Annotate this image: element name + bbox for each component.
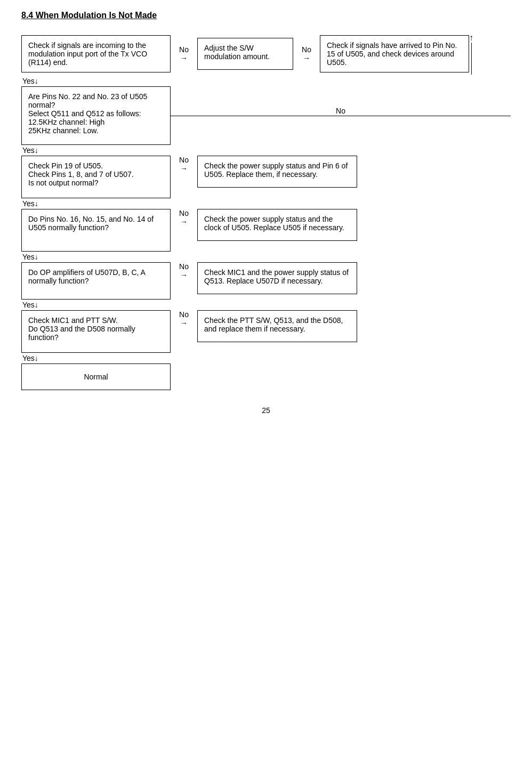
box-row3-right: Check the power supply status and Pin 6 … [197,156,357,188]
text-row2-left: Are Pins No. 22 and No. 23 of U505 norma… [28,92,147,135]
yes-row2: Yes↓ [21,146,511,155]
row-1: Check if signals are incoming to the mod… [21,33,511,75]
text-row3-right: Check the power supply status and Pin 6 … [204,161,348,179]
box-row1-left: Check if signals are incoming to the mod… [21,35,171,72]
box-row5-left: Do OP amplifiers of U507D, B, C, A norma… [21,262,171,300]
text-normal: Normal [84,373,108,381]
yes-row4: Yes↓ [21,253,511,261]
text-row4-right: Check the power supply status and the cl… [204,215,344,232]
text-row4-left: Do Pins No. 16, No. 15, and No. 14 of U5… [28,215,154,232]
page-number: 25 [21,406,511,415]
text-row1-left: Check if signals are incoming to the mod… [28,41,147,67]
box-row5-right: Check MIC1 and the power supply status o… [197,262,357,294]
text-row5-right: Check MIC1 and the power supply status o… [204,268,349,285]
yes-row6: Yes↓ [21,354,511,362]
yes-row1: Yes↓ [21,77,511,85]
box-row3-left: Check Pin 19 of U505. Check Pins 1, 8, a… [21,156,171,198]
box-row1-mid: Adjust the S/W modulation amount. [197,38,293,70]
yes-row3: Yes↓ [21,199,511,208]
no-label-row2: No [336,107,345,115]
row-4: Do Pins No. 16, No. 15, and No. 14 of U5… [21,209,511,252]
box-row1-right: Check if signals have arrived to Pin No.… [320,35,469,72]
arrow-row3: No → [171,156,197,173]
text-row1-right: Check if signals have arrived to Pin No.… [327,41,457,67]
yes-row5: Yes↓ [21,301,511,309]
flow-diagram: Check if signals are incoming to the mod… [21,33,511,390]
box-row4-right: Check the power supply status and the cl… [197,209,357,241]
arrow-row1-1: No → [171,45,197,62]
box-row2-left: Are Pins No. 22 and No. 23 of U505 norma… [21,86,171,145]
text-row6-left: Check MIC1 and PTT S/W. Do Q513 and the … [28,316,135,342]
row-6: Check MIC1 and PTT S/W. Do Q513 and the … [21,310,511,353]
horizontal-line-row2: No [171,116,511,116]
arrow-row5: No → [171,262,197,279]
row-7: Normal [21,363,511,390]
vertical-line [471,43,472,75]
box-row7-left: Normal [21,363,171,390]
row-5: Do OP amplifiers of U507D, B, C, A norma… [21,262,511,300]
text-row5-left: Do OP amplifiers of U507D, B, C, A norma… [28,268,145,285]
arrow-row4: No → [171,209,197,226]
no-line-row2: No [171,116,511,116]
box-row6-left: Check MIC1 and PTT S/W. Do Q513 and the … [21,310,171,353]
box-row6-right: Check the PTT S/W, Q513, and the D508, a… [197,310,357,342]
box-row4-left: Do Pins No. 16, No. 15, and No. 14 of U5… [21,209,171,252]
row-2: Are Pins No. 22 and No. 23 of U505 norma… [21,86,511,145]
arrow-row1-2: No → [293,45,320,62]
text-row3-left: Check Pin 19 of U505. Check Pins 1, 8, a… [28,161,134,187]
up-connector: ↑ [469,33,473,75]
text-row6-right: Check the PTT S/W, Q513, and the D508, a… [204,316,343,333]
text-row1-mid: Adjust the S/W modulation amount. [204,44,270,61]
up-arrow-icon: ↑ [469,33,473,43]
page-title: 8.4 When Modulation Is Not Made [21,11,511,20]
arrow-row6: No → [171,310,197,327]
row-3: Check Pin 19 of U505. Check Pins 1, 8, a… [21,156,511,198]
